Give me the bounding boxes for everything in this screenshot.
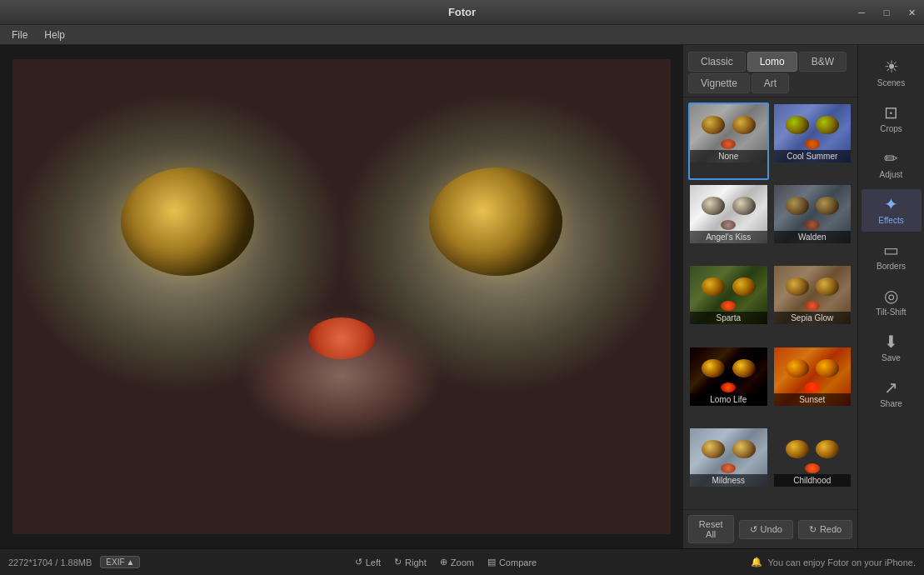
undo-icon: ↺ (750, 524, 757, 535)
tool-borders-label: Borders (877, 262, 906, 271)
tilt-shift-icon: ◎ (884, 288, 898, 304)
effects-icon: ✦ (884, 196, 898, 212)
rotate-left-label: Left (366, 558, 381, 568)
filter-sepia-label: Sepia Glow (774, 312, 852, 324)
tab-vignette[interactable]: Vignette (688, 73, 750, 93)
tool-scenes[interactable]: ☀ Scenes (862, 52, 922, 94)
redo-button[interactable]: ↻ Redo (798, 520, 852, 539)
tool-adjust-label: Adjust (880, 170, 903, 179)
tab-art[interactable]: Art (752, 73, 789, 93)
tool-adjust[interactable]: ✏ Adjust (862, 143, 922, 186)
tool-share[interactable]: ↗ Share (862, 372, 922, 415)
crops-icon: ⊡ (884, 104, 898, 121)
filter-cool-label: Cool Summer (774, 150, 852, 162)
filter-angels-kiss[interactable]: Angel's Kiss (688, 183, 769, 261)
compare-action[interactable]: ▤ Compare (487, 557, 537, 568)
tool-save[interactable]: ⬇ Save (862, 327, 922, 369)
title-bar: Fotor ─ □ ✕ (0, 0, 924, 25)
filter-mildness-label: Mildness (690, 474, 767, 487)
filter-none[interactable]: None (688, 102, 769, 180)
filter-sparta[interactable]: Sparta (688, 264, 769, 342)
cat-background (12, 59, 671, 534)
tool-effects-label: Effects (878, 216, 903, 225)
tool-sidebar: ☀ Scenes ⊡ Crops ✏ Adjust ✦ Effects ▭ Bo… (857, 45, 924, 548)
close-button[interactable]: ✕ (899, 0, 924, 25)
tool-effects[interactable]: ✦ Effects (862, 189, 922, 232)
exif-label: EXIF (106, 558, 124, 567)
cat-eye-left (121, 168, 254, 276)
tool-save-label: Save (882, 353, 901, 362)
rotate-right-icon: ↻ (394, 557, 402, 568)
menu-bar: File Help (0, 25, 924, 45)
app-title: Fotor (448, 6, 476, 18)
redo-icon: ↻ (809, 524, 817, 535)
tool-scenes-label: Scenes (877, 78, 905, 88)
filter-lomo-life[interactable]: Lomo Life (688, 346, 769, 423)
compare-label: Compare (499, 558, 537, 568)
filter-cool-summer[interactable]: Cool Summer (772, 102, 853, 180)
filter-grid: None Cool Summer (683, 98, 857, 509)
tool-borders[interactable]: ▭ Borders (862, 235, 922, 278)
filter-none-label: None (690, 150, 767, 162)
filter-lomo-label: Lomo Life (690, 393, 767, 406)
filter-actions: Reset All ↺ Undo ↻ Redo (683, 509, 857, 548)
tool-crops-label: Crops (880, 124, 902, 133)
rotate-left-action[interactable]: ↺ Left (355, 557, 381, 568)
save-icon: ⬇ (884, 333, 898, 350)
canvas-area (0, 45, 682, 548)
filter-sparta-label: Sparta (690, 312, 767, 324)
tab-bw[interactable]: B&W (799, 52, 847, 72)
reset-all-button[interactable]: Reset All (688, 515, 734, 543)
filter-mildness[interactable]: Mildness (688, 427, 769, 504)
status-actions: ↺ Left ↻ Right ⊕ Zoom ▤ Compare (355, 557, 537, 568)
tool-tilt-shift-label: Tilt-Shift (876, 308, 906, 317)
undo-button[interactable]: ↺ Undo (739, 520, 793, 539)
filter-childhood[interactable]: Childhood (772, 427, 853, 504)
exif-button[interactable]: EXIF ▲ (100, 556, 140, 568)
filter-sunset[interactable]: Sunset (772, 346, 853, 423)
menu-file[interactable]: File (3, 28, 36, 42)
filter-childhood-label: Childhood (774, 474, 852, 487)
filter-sunset-label: Sunset (774, 393, 852, 406)
right-panel: Classic Lomo B&W Vignette Art None (682, 45, 857, 548)
maximize-button[interactable]: □ (874, 0, 899, 25)
cat-eye-right (429, 168, 562, 276)
filter-walden[interactable]: Walden (772, 183, 853, 261)
tool-tilt-shift[interactable]: ◎ Tilt-Shift (862, 281, 922, 323)
window-controls: ─ □ ✕ (849, 0, 924, 25)
zoom-label: Zoom (451, 558, 474, 568)
filter-angel-label: Angel's Kiss (690, 231, 767, 243)
menu-help[interactable]: Help (36, 28, 73, 42)
notification-icon: 🔔 (751, 557, 762, 568)
image-dimensions: 2272*1704 / 1.88MB (8, 558, 92, 568)
compare-icon: ▤ (487, 557, 496, 568)
status-bar: 2272*1704 / 1.88MB EXIF ▲ ↺ Left ↻ Right… (0, 548, 924, 575)
filter-walden-label: Walden (774, 231, 852, 243)
rotate-right-label: Right (405, 558, 427, 568)
rotate-right-action[interactable]: ↻ Right (394, 557, 427, 568)
tab-lomo[interactable]: Lomo (747, 52, 797, 72)
cat-image (12, 59, 671, 534)
scenes-icon: ☀ (884, 58, 899, 75)
cat-nose (308, 318, 375, 359)
notification-text: You can enjoy Fotor on your iPhone. (767, 558, 916, 568)
zoom-icon: ⊕ (440, 557, 447, 568)
filter-tabs: Classic Lomo B&W Vignette Art (683, 45, 857, 98)
main-content: Classic Lomo B&W Vignette Art None (0, 45, 924, 548)
exif-arrow-icon: ▲ (127, 558, 135, 567)
tool-share-label: Share (880, 399, 902, 408)
rotate-left-icon: ↺ (355, 557, 362, 568)
filter-sepia-glow[interactable]: Sepia Glow (772, 264, 853, 342)
share-icon: ↗ (884, 379, 898, 396)
zoom-action[interactable]: ⊕ Zoom (440, 557, 474, 568)
tab-classic[interactable]: Classic (688, 52, 746, 72)
status-notification: 🔔 You can enjoy Fotor on your iPhone. (751, 557, 916, 568)
borders-icon: ▭ (883, 242, 899, 258)
adjust-icon: ✏ (884, 150, 898, 167)
minimize-button[interactable]: ─ (849, 0, 874, 25)
tool-crops[interactable]: ⊡ Crops (862, 98, 922, 140)
